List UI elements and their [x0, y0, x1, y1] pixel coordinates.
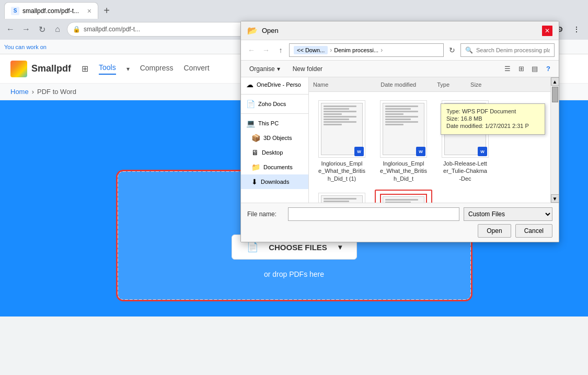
- doc-line: [385, 121, 418, 123]
- help-button[interactable]: ?: [542, 63, 555, 75]
- documents-icon: 📁: [251, 163, 260, 171]
- browser-tabs: S smallpdf.com/pdf-t... × +: [0, 0, 588, 19]
- tools-dropdown-icon[interactable]: ▾: [126, 65, 130, 73]
- logo-icon: [10, 61, 27, 77]
- sidebar-item-zoho[interactable]: 📄 Zoho Docs: [241, 97, 308, 111]
- convert-nav-link[interactable]: Convert: [184, 64, 210, 74]
- sidebar-separator-2: [241, 113, 308, 114]
- forward-button[interactable]: →: [20, 23, 32, 36]
- zoho-icon: 📄: [246, 100, 255, 108]
- file-thumbnail-selected: [380, 194, 427, 203]
- doc-line: [385, 199, 418, 201]
- file-item[interactable]: W Inglorious_Emple_What_the_British_Did_…: [313, 97, 371, 185]
- sidebar-item-desktop[interactable]: 🖥 Desktop: [241, 145, 308, 160]
- file-open-dialog[interactable]: 📂 Open ✕ ← → ↑ << Down... › Denim proces…: [240, 21, 559, 242]
- file-type-select[interactable]: Custom Files: [464, 207, 552, 221]
- scroll-down-button[interactable]: ▼: [551, 194, 559, 203]
- doc-line: [324, 113, 342, 115]
- doc-line: [324, 119, 349, 120]
- doc-line: [324, 108, 349, 110]
- file-thumb-inner: [321, 195, 363, 203]
- new-tab-button[interactable]: +: [98, 2, 115, 19]
- dialog-search-input[interactable]: [476, 47, 550, 53]
- tooltip-type-label: Type:: [446, 108, 460, 114]
- footer-buttons: Open Cancel: [247, 224, 552, 238]
- organise-button[interactable]: Organise ▾: [245, 63, 284, 75]
- apps-grid-icon[interactable]: ⊞: [82, 64, 88, 74]
- dialog-path-bar[interactable]: << Down... › Denim processi... ›: [289, 43, 444, 57]
- dialog-open-button[interactable]: Open: [478, 224, 511, 238]
- dialog-back-button[interactable]: ←: [245, 44, 258, 56]
- breadcrumb-separator: ›: [32, 88, 34, 96]
- sidebar-item-onedrive[interactable]: ☁ OneDrive - Perso: [241, 77, 308, 92]
- sidebar-item-3dobjects[interactable]: 📦 3D Objects: [241, 131, 308, 145]
- doc-line: [324, 201, 349, 202]
- view-thumbnails-button[interactable]: ⊞: [515, 63, 527, 75]
- tools-nav-link[interactable]: Tools: [99, 63, 116, 75]
- sidebar-item-downloads[interactable]: ⬇ Downloads: [241, 174, 308, 189]
- view-icons: ☰ ⊞ ▤ ?: [501, 63, 555, 75]
- file-name: Inglorious_Emple_What_the_British_Did_t …: [318, 160, 365, 182]
- sidebar-item-documents[interactable]: 📁 Documents: [241, 160, 308, 174]
- path-sep-1: ›: [330, 46, 332, 54]
- tooltip-modified-row: Date modified: 1/27/2021 2:31 P: [446, 123, 539, 129]
- tooltip-type-row: Type: WPS PDF Document: [446, 108, 539, 114]
- view-details-button[interactable]: ☰: [501, 63, 514, 75]
- file-item[interactable]: W Job-Release-Letter_Tulie-Chakma-July: [313, 190, 371, 203]
- dialog-folder-icon: 📂: [247, 26, 258, 36]
- downloads-icon: ⬇: [251, 178, 258, 186]
- new-folder-button[interactable]: New folder: [289, 63, 327, 75]
- sidebar-item-thispc-label: This PC: [258, 120, 279, 126]
- scroll-up-button[interactable]: ▲: [551, 77, 559, 86]
- ext-bar-text: You can work on: [4, 44, 47, 50]
- tooltip-modified-value: 1/27/2021 2:31 P: [485, 123, 529, 129]
- dialog-forward-button[interactable]: →: [260, 44, 272, 56]
- file-item-selected[interactable]: List o...PI (1): [375, 190, 432, 203]
- browser-tab[interactable]: S smallpdf.com/pdf-t... ×: [4, 2, 98, 19]
- dialog-refresh-button[interactable]: ↻: [446, 44, 458, 56]
- doc-line: [385, 106, 418, 107]
- file-name-label: File name:: [247, 210, 284, 218]
- more-menu-button[interactable]: ⋮: [569, 22, 584, 37]
- back-button[interactable]: ←: [4, 23, 17, 36]
- onedrive-icon: ☁: [246, 80, 253, 89]
- scroll-track: [552, 87, 558, 193]
- desktop-icon: 🖥: [251, 148, 259, 157]
- breadcrumb-home[interactable]: Home: [10, 88, 29, 96]
- doc-line: [385, 111, 418, 112]
- lock-icon: 🔒: [73, 26, 80, 33]
- file-item[interactable]: W Inglorious_Emple_What_the_British_Did_…: [375, 97, 432, 185]
- dialog-search-bar[interactable]: 🔍: [460, 43, 555, 57]
- organise-dropdown-icon: ▾: [277, 65, 280, 73]
- dialog-cancel-button[interactable]: Cancel: [515, 224, 552, 238]
- choose-files-chevron[interactable]: ▾: [338, 243, 342, 251]
- sidebar-item-3dobjects-label: 3D Objects: [263, 135, 292, 141]
- tab-close-button[interactable]: ×: [87, 7, 91, 15]
- view-list-button[interactable]: ▤: [528, 63, 541, 75]
- file-thumbnail: W: [318, 193, 365, 203]
- path-part-2: Denim processi...: [334, 47, 378, 53]
- dialog-main-area: Name Date modified Type Size: [309, 77, 550, 203]
- sidebar-item-desktop-label: Desktop: [262, 149, 283, 156]
- doc-line: [324, 111, 356, 112]
- sidebar-item-documents-label: Documents: [263, 164, 293, 170]
- dialog-close-button[interactable]: ✕: [542, 26, 552, 36]
- header-type: Type: [437, 81, 449, 88]
- tab-title: smallpdf.com/pdf-t...: [22, 7, 84, 15]
- doc-line: [385, 113, 403, 115]
- scroll-thumb[interactable]: [552, 87, 558, 102]
- file-thumbnail: W: [380, 100, 427, 158]
- tooltip-size-label: Size:: [446, 115, 459, 122]
- dialog-up-button[interactable]: ↑: [274, 44, 287, 56]
- compress-nav-link[interactable]: Compress: [140, 64, 174, 74]
- file-name-input[interactable]: [288, 207, 459, 221]
- wps-badge: W: [416, 147, 425, 156]
- organise-label: Organise: [249, 65, 275, 73]
- dialog-right-scrollbar[interactable]: ▲ ▼: [550, 77, 559, 203]
- header-size: Size: [470, 81, 481, 88]
- reload-button[interactable]: ↻: [36, 23, 48, 36]
- sidebar-item-thispc[interactable]: 💻 This PC: [241, 116, 308, 131]
- file-thumbnail: W: [318, 100, 365, 158]
- doc-line: [324, 121, 356, 123]
- home-button[interactable]: ⌂: [51, 23, 64, 36]
